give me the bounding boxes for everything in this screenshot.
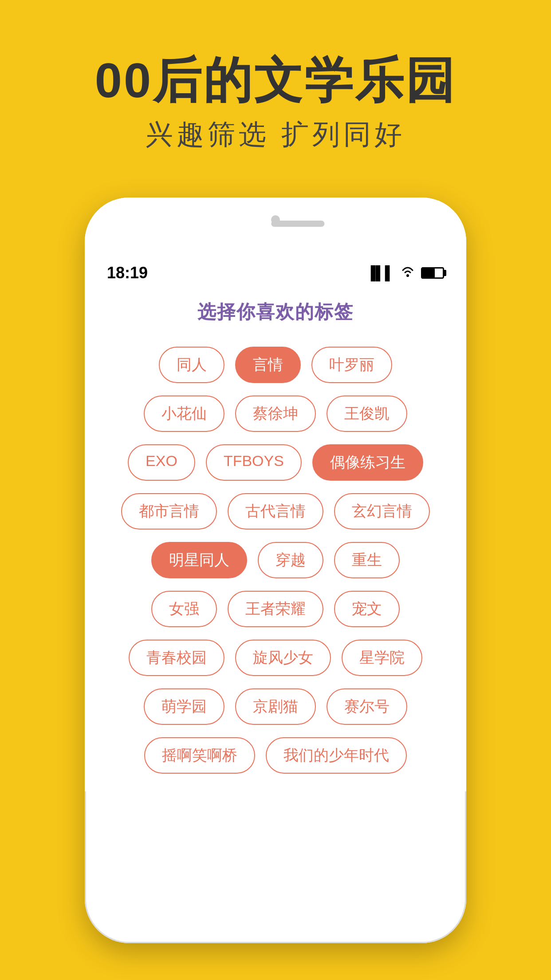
tag-0-1[interactable]: 言情 <box>235 347 301 383</box>
tag-2-0[interactable]: EXO <box>128 444 195 481</box>
battery-icon <box>421 267 444 279</box>
sub-title: 兴趣筛选 扩列同好 <box>95 116 456 153</box>
phone-mockup: 18:19 ▐▌▌ 选择你喜欢的标签 同人言情叶罗丽小花仙蔡徐坤王俊凯EXOTF… <box>85 198 466 943</box>
tag-8-1[interactable]: 我们的少年时代 <box>266 737 407 774</box>
signal-icon: ▐▌▌ <box>366 265 394 281</box>
tags-row-3: 都市言情古代言情玄幻言情 <box>121 493 430 530</box>
tag-5-0[interactable]: 女强 <box>151 591 217 627</box>
tag-3-0[interactable]: 都市言情 <box>121 493 217 530</box>
phone-top <box>85 198 466 255</box>
status-icons: ▐▌▌ <box>366 265 444 281</box>
status-bar: 18:19 ▐▌▌ <box>85 255 466 291</box>
tag-0-0[interactable]: 同人 <box>159 347 224 383</box>
tags-row-5: 女强王者荣耀宠文 <box>151 591 400 627</box>
main-title: 00后的文学乐园 <box>95 53 456 107</box>
tag-6-1[interactable]: 旋风少女 <box>235 640 331 676</box>
tag-4-1[interactable]: 穿越 <box>258 542 323 578</box>
tag-7-2[interactable]: 赛尔号 <box>327 688 407 725</box>
page-title: 选择你喜欢的标签 <box>102 300 449 324</box>
tag-5-1[interactable]: 王者荣耀 <box>228 591 323 627</box>
tags-container: 同人言情叶罗丽小花仙蔡徐坤王俊凯EXOTFBOYS偶像练习生都市言情古代言情玄幻… <box>102 347 449 774</box>
svg-point-0 <box>406 274 409 277</box>
tag-4-2[interactable]: 重生 <box>334 542 400 578</box>
header-section: 00后的文学乐园 兴趣筛选 扩列同好 <box>95 53 456 153</box>
tag-2-2[interactable]: 偶像练习生 <box>312 444 423 481</box>
tags-row-7: 萌学园京剧猫赛尔号 <box>144 688 407 725</box>
tag-5-2[interactable]: 宠文 <box>334 591 400 627</box>
tags-row-1: 小花仙蔡徐坤王俊凯 <box>144 395 407 432</box>
tag-7-1[interactable]: 京剧猫 <box>235 688 316 725</box>
status-time: 18:19 <box>107 264 148 282</box>
tag-4-0[interactable]: 明星同人 <box>151 542 247 578</box>
wifi-icon <box>401 265 415 281</box>
tag-3-1[interactable]: 古代言情 <box>228 493 323 530</box>
tag-8-0[interactable]: 摇啊笑啊桥 <box>144 737 255 774</box>
tag-2-1[interactable]: TFBOYS <box>206 444 302 481</box>
tag-0-2[interactable]: 叶罗丽 <box>311 347 392 383</box>
tag-3-2[interactable]: 玄幻言情 <box>334 493 430 530</box>
tag-1-1[interactable]: 蔡徐坤 <box>235 395 316 432</box>
tags-row-0: 同人言情叶罗丽 <box>159 347 392 383</box>
tag-6-2[interactable]: 星学院 <box>342 640 422 676</box>
tags-row-8: 摇啊笑啊桥我们的少年时代 <box>144 737 407 774</box>
speaker <box>271 221 324 227</box>
tags-row-6: 青春校园旋风少女星学院 <box>129 640 422 676</box>
tag-1-0[interactable]: 小花仙 <box>144 395 224 432</box>
tag-7-0[interactable]: 萌学园 <box>144 688 224 725</box>
tag-6-0[interactable]: 青春校园 <box>129 640 224 676</box>
tags-row-2: EXOTFBOYS偶像练习生 <box>128 444 423 481</box>
tags-row-4: 明星同人穿越重生 <box>151 542 400 578</box>
tag-1-2[interactable]: 王俊凯 <box>327 395 407 432</box>
screen-content: 选择你喜欢的标签 同人言情叶罗丽小花仙蔡徐坤王俊凯EXOTFBOYS偶像练习生都… <box>85 291 466 791</box>
